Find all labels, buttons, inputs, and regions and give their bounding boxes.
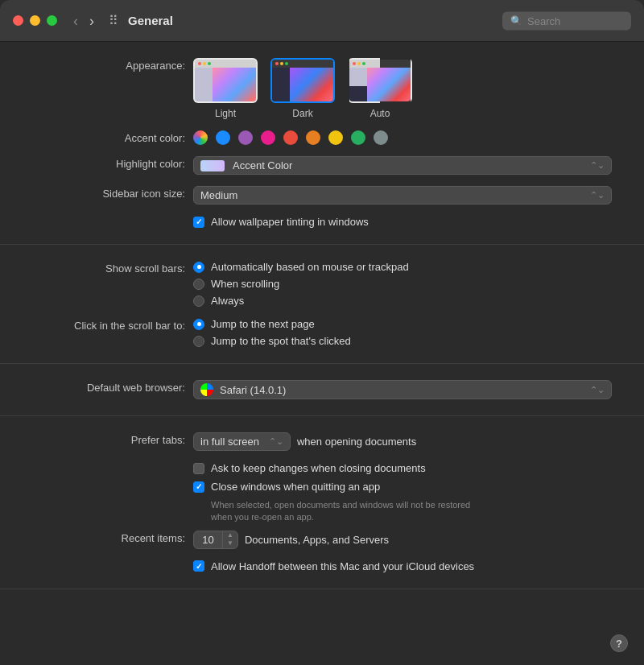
- highlight-preview: [200, 160, 225, 171]
- highlight-color-label: Highlight color:: [32, 156, 193, 170]
- keep-changes-checkbox[interactable]: [193, 463, 204, 474]
- accent-colors-group: [193, 130, 612, 145]
- prefer-tabs-row: Prefer tabs: in full screen ⌃⌄ when open…: [32, 432, 612, 451]
- close-windows-note: When selected, open documents and window…: [211, 499, 549, 524]
- accent-color-control: [193, 130, 612, 145]
- appearance-row: Appearance:: [32, 58, 612, 119]
- stepper-up[interactable]: ▲: [223, 531, 237, 539]
- accent-red[interactable]: [283, 130, 298, 145]
- show-scroll-bars-row: Show scroll bars: Automatically based on…: [32, 261, 612, 307]
- browser-dropdown[interactable]: Safari (14.0.1) ⌃⌄: [193, 380, 612, 399]
- close-windows-checkbox[interactable]: [193, 481, 204, 493]
- prefer-tabs-control: in full screen ⌃⌄ when opening documents: [193, 432, 612, 451]
- wallpaper-control: Allow wallpaper tinting in windows: [193, 216, 612, 228]
- appearance-label: Appearance:: [32, 58, 193, 72]
- back-button[interactable]: ‹: [70, 14, 81, 28]
- close-windows-label: Close windows when quitting an app: [211, 481, 380, 493]
- sidebar-icon-dropdown[interactable]: Medium ⌃⌄: [193, 186, 612, 204]
- click-next-radio[interactable]: [193, 319, 204, 330]
- keep-changes-checkbox-row[interactable]: Ask to keep changes when closing documen…: [193, 462, 612, 474]
- prefer-tabs-value: in full screen: [200, 436, 259, 448]
- sidebar-icon-label: Sidebar icon size:: [32, 186, 193, 200]
- recent-items-suffix: Documents, Apps, and Servers: [245, 534, 389, 546]
- close-windows-row: Close windows when quitting an app When …: [32, 481, 612, 524]
- stepper-down[interactable]: ▼: [223, 539, 237, 547]
- appearance-dark[interactable]: Dark: [270, 58, 335, 119]
- scroll-always-row[interactable]: Always: [193, 295, 612, 307]
- accent-color-label: Accent color:: [32, 130, 193, 144]
- click-spot-label: Jump to the spot that's clicked: [211, 335, 351, 347]
- highlight-color-control: Accent Color ⌃⌄: [193, 156, 612, 175]
- highlight-dropdown-arrow: ⌃⌄: [590, 160, 605, 171]
- main-content: Appearance:: [0, 42, 644, 665]
- wallpaper-row: Allow wallpaper tinting in windows: [32, 216, 612, 228]
- light-label: Light: [215, 108, 236, 119]
- wallpaper-checkbox[interactable]: [193, 217, 204, 228]
- browser-value: Safari (14.0.1): [220, 384, 286, 396]
- scroll-auto-row[interactable]: Automatically based on mouse or trackpad: [193, 261, 612, 273]
- search-bar[interactable]: 🔍: [502, 11, 631, 30]
- maximize-button[interactable]: [47, 15, 57, 26]
- click-scroll-label: Click in the scroll bar to:: [32, 318, 193, 332]
- recent-items-value: 10: [194, 531, 223, 548]
- show-scroll-bars-control: Automatically based on mouse or trackpad…: [193, 261, 612, 307]
- click-scroll-row: Click in the scroll bar to: Jump to the …: [32, 318, 612, 347]
- scroll-when-label: When scrolling: [211, 278, 279, 290]
- scroll-when-radio[interactable]: [193, 279, 204, 290]
- appearance-light[interactable]: Light: [193, 58, 258, 119]
- tabs-section: Prefer tabs: in full screen ⌃⌄ when open…: [0, 416, 644, 589]
- wallpaper-checkbox-row[interactable]: Allow wallpaper tinting in windows: [193, 216, 612, 228]
- search-icon: 🔍: [510, 15, 522, 27]
- accent-blue[interactable]: [216, 130, 230, 145]
- sidebar-dropdown-arrow: ⌃⌄: [590, 190, 605, 200]
- browser-dropdown-arrow: ⌃⌄: [590, 385, 605, 395]
- auto-label: Auto: [370, 108, 390, 119]
- accent-green[interactable]: [351, 130, 365, 145]
- recent-items-label: Recent items:: [32, 531, 193, 544]
- title-bar: ‹ › ⠿ General 🔍: [0, 0, 644, 42]
- click-scroll-control: Jump to the next page Jump to the spot t…: [193, 318, 612, 347]
- appearance-auto[interactable]: Auto: [348, 58, 412, 119]
- close-windows-checkbox-row[interactable]: Close windows when quitting an app: [193, 481, 612, 493]
- stepper-buttons: ▲ ▼: [223, 531, 237, 547]
- click-spot-radio[interactable]: [193, 336, 204, 347]
- keep-changes-control: Ask to keep changes when closing documen…: [193, 462, 612, 474]
- help-button[interactable]: ?: [610, 634, 628, 652]
- prefer-tabs-dropdown[interactable]: in full screen ⌃⌄: [193, 432, 291, 451]
- accent-yellow[interactable]: [328, 130, 343, 145]
- scroll-always-label: Always: [211, 295, 244, 307]
- scroll-always-radio[interactable]: [193, 295, 204, 307]
- highlight-color-value: Accent Color: [233, 159, 292, 171]
- tabs-dropdown-arrow: ⌃⌄: [269, 436, 283, 447]
- highlight-color-row: Highlight color: Accent Color ⌃⌄: [32, 156, 612, 175]
- accent-multicolor[interactable]: [193, 130, 208, 145]
- recent-items-stepper[interactable]: 10 ▲ ▼: [193, 531, 238, 549]
- prefer-tabs-inline: in full screen ⌃⌄ when opening documents: [193, 432, 612, 451]
- appearance-control: Light: [193, 58, 612, 119]
- prefer-tabs-suffix: when opening documents: [297, 436, 416, 448]
- handoff-label: Allow Handoff between this Mac and your …: [211, 560, 474, 572]
- accent-graphite[interactable]: [374, 130, 388, 145]
- browser-section: Default web browser: Safari (14.0.1) ⌃⌄: [0, 364, 644, 416]
- keep-changes-row: Ask to keep changes when closing documen…: [32, 462, 612, 474]
- click-spot-row[interactable]: Jump to the spot that's clicked: [193, 335, 612, 347]
- dark-thumbnail: [270, 58, 335, 103]
- close-windows-control: Close windows when quitting an app When …: [193, 481, 612, 524]
- auto-thumbnail: [348, 58, 412, 103]
- appearance-section: Appearance:: [0, 42, 644, 245]
- highlight-color-dropdown[interactable]: Accent Color ⌃⌄: [193, 156, 612, 175]
- accent-orange[interactable]: [306, 130, 320, 145]
- click-next-row[interactable]: Jump to the next page: [193, 318, 612, 330]
- minimize-button[interactable]: [30, 15, 40, 26]
- handoff-checkbox[interactable]: [193, 560, 204, 572]
- forward-button[interactable]: ›: [86, 14, 97, 28]
- handoff-checkbox-row[interactable]: Allow Handoff between this Mac and your …: [193, 560, 612, 572]
- show-scroll-bars-label: Show scroll bars:: [32, 261, 193, 275]
- accent-purple[interactable]: [238, 130, 253, 145]
- accent-pink[interactable]: [261, 130, 275, 145]
- search-input[interactable]: [527, 14, 623, 27]
- traffic-lights: [13, 15, 57, 26]
- close-button[interactable]: [13, 15, 23, 26]
- scroll-auto-radio[interactable]: [193, 262, 204, 273]
- scroll-when-scrolling-row[interactable]: When scrolling: [193, 278, 612, 290]
